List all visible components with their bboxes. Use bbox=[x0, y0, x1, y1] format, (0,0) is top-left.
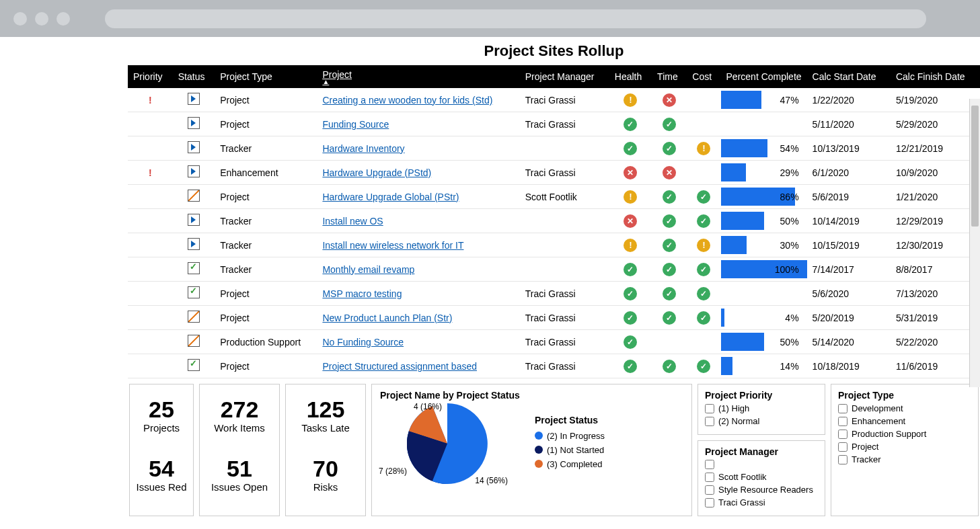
status-play-icon bbox=[188, 165, 200, 177]
time-ok-icon bbox=[663, 214, 676, 228]
time-cell bbox=[652, 330, 687, 354]
project-type: Project bbox=[215, 282, 317, 306]
project-manager: Traci Grassi bbox=[520, 282, 609, 306]
checkbox[interactable] bbox=[838, 455, 847, 464]
filter-option[interactable]: (1) High bbox=[705, 403, 818, 413]
checkbox[interactable] bbox=[838, 404, 847, 413]
filter-option[interactable]: (2) Normal bbox=[705, 416, 818, 426]
legend-swatch-icon bbox=[535, 446, 543, 454]
project-name: New Product Launch Plan (Str) bbox=[317, 306, 519, 330]
vertical-scrollbar[interactable] bbox=[969, 99, 980, 387]
filter-option[interactable]: Project bbox=[838, 442, 971, 452]
time-ok-icon bbox=[663, 190, 676, 204]
finish-date: 1/21/2020 bbox=[891, 185, 980, 209]
priority-cell bbox=[128, 354, 173, 378]
project-name: MSP macro testing bbox=[317, 282, 519, 306]
time-cell bbox=[652, 257, 687, 282]
project-name: Install new OS bbox=[317, 209, 519, 233]
project-link[interactable]: Install new wireless network for IT bbox=[322, 240, 463, 251]
col-header[interactable]: Project Manager bbox=[520, 65, 609, 88]
filter-option[interactable]: Tracker bbox=[838, 454, 971, 464]
project-link[interactable]: Hardware Upgrade (PStd) bbox=[322, 167, 431, 178]
project-link[interactable]: Install new OS bbox=[322, 216, 383, 227]
time-ok-icon bbox=[663, 239, 676, 252]
project-link[interactable]: Creating a new wooden toy for kids (Std) bbox=[322, 95, 492, 106]
finish-date: 5/29/2020 bbox=[891, 112, 980, 136]
kpi-value: 51 bbox=[205, 457, 274, 480]
project-link[interactable]: MSP macro testing bbox=[322, 288, 402, 299]
col-header[interactable]: Time bbox=[652, 65, 687, 88]
col-header[interactable]: Calc Start Date bbox=[807, 65, 891, 88]
priority-cell: ! bbox=[128, 88, 173, 112]
filter-option[interactable]: Traci Grassi bbox=[705, 497, 818, 507]
project-manager: Traci Grassi bbox=[520, 354, 609, 378]
filter-option[interactable]: Enhancement bbox=[838, 416, 971, 426]
checkbox[interactable] bbox=[705, 473, 714, 482]
filter-option[interactable]: Style Resource Readers bbox=[705, 485, 818, 495]
col-header[interactable]: Status bbox=[173, 65, 215, 88]
checkbox[interactable] bbox=[838, 430, 847, 439]
checkbox[interactable] bbox=[705, 485, 714, 495]
status-check-icon bbox=[188, 262, 200, 274]
col-header[interactable]: Health bbox=[609, 65, 652, 88]
col-header[interactable]: Project▲ bbox=[317, 65, 519, 88]
health-cell bbox=[609, 136, 652, 161]
browser-chrome bbox=[0, 0, 980, 37]
project-type: Project bbox=[215, 88, 317, 112]
filter-option[interactable]: Development bbox=[838, 403, 971, 413]
project-type: Production Support bbox=[215, 330, 317, 354]
legend-item[interactable]: (2) In Progress bbox=[535, 431, 605, 441]
checkbox[interactable] bbox=[838, 417, 847, 426]
address-bar[interactable] bbox=[105, 9, 926, 28]
legend-item[interactable]: (1) Not Started bbox=[535, 445, 605, 455]
percent-cell: 29% bbox=[721, 161, 807, 185]
status-pie-chart: Project Name by Project Status 4 (16%) 7… bbox=[371, 384, 692, 516]
status-cell bbox=[173, 88, 215, 112]
filter-option[interactable] bbox=[705, 460, 818, 469]
scroll-thumb[interactable] bbox=[971, 106, 979, 227]
cost-ok-icon bbox=[697, 311, 710, 325]
filter-label: Development bbox=[852, 403, 903, 413]
project-link[interactable]: Hardware Upgrade Global (PStr) bbox=[322, 192, 459, 202]
legend-item[interactable]: (3) Completed bbox=[535, 459, 605, 469]
finish-date: 10/9/2020 bbox=[891, 161, 980, 185]
project-name: Hardware Upgrade Global (PStr) bbox=[317, 185, 519, 209]
col-header[interactable]: Project Type bbox=[215, 65, 317, 88]
health-ok-icon bbox=[624, 263, 637, 276]
filter-option[interactable]: Production Support bbox=[838, 429, 971, 439]
kpi-label: Projects bbox=[135, 422, 188, 434]
project-link[interactable]: New Product Launch Plan (Str) bbox=[322, 313, 452, 323]
project-link[interactable]: Hardware Inventory bbox=[322, 143, 404, 154]
project-link[interactable]: Project Structured assignment based bbox=[322, 361, 477, 372]
checkbox[interactable] bbox=[838, 442, 847, 452]
col-header[interactable]: Cost bbox=[687, 65, 720, 88]
percent-cell: 100% bbox=[721, 257, 807, 282]
filter-option[interactable]: Scott Footlik bbox=[705, 472, 818, 482]
col-header[interactable]: Percent Complete bbox=[721, 65, 807, 88]
finish-date: 12/30/2019 bbox=[891, 233, 980, 257]
time-cell bbox=[652, 282, 687, 306]
legend-swatch-icon bbox=[535, 460, 543, 468]
cost-cell bbox=[687, 233, 720, 257]
start-date: 5/6/2020 bbox=[807, 282, 891, 306]
project-name: Project Structured assignment based bbox=[317, 354, 519, 378]
percent-cell: 47% bbox=[721, 88, 807, 112]
kpi-card: 272Work Items 51Issues Open bbox=[199, 384, 280, 516]
time-ok-icon bbox=[663, 287, 676, 300]
col-header[interactable]: Priority bbox=[128, 65, 173, 88]
project-manager bbox=[520, 209, 609, 233]
project-manager: Scott Footlik bbox=[520, 185, 609, 209]
finish-date: 5/31/2019 bbox=[891, 306, 980, 330]
cost-cell bbox=[687, 330, 720, 354]
time-ok-icon bbox=[663, 142, 676, 155]
project-link[interactable]: Monthly email revamp bbox=[322, 264, 414, 275]
project-link[interactable]: Funding Source bbox=[322, 119, 389, 130]
checkbox[interactable] bbox=[705, 417, 714, 426]
checkbox[interactable] bbox=[705, 404, 714, 413]
project-link[interactable]: No Funding Source bbox=[322, 337, 404, 348]
col-header[interactable]: Calc Finish Date bbox=[891, 65, 980, 88]
checkbox[interactable] bbox=[705, 498, 714, 507]
finish-date: 7/13/2020 bbox=[891, 282, 980, 306]
checkbox[interactable] bbox=[705, 460, 714, 469]
status-cell bbox=[173, 257, 215, 282]
